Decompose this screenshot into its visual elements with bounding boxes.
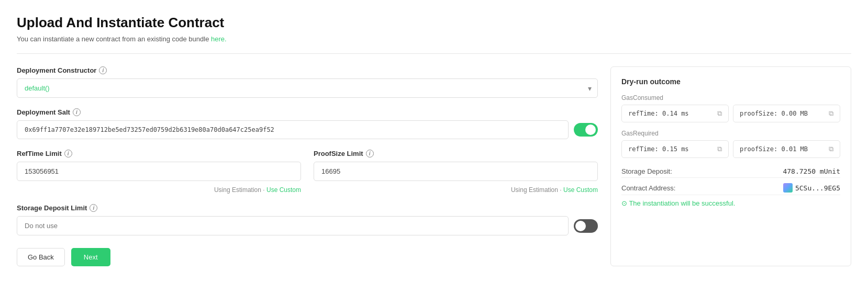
reftime-info-icon[interactable]: i bbox=[64, 150, 72, 157]
next-button[interactable]: Next bbox=[71, 248, 110, 266]
gas-required-row: refTime: 0.15 ms ⧉ proofSize: 0.01 MB ⧉ bbox=[621, 140, 840, 158]
reftime-limit-group: RefTime Limit i bbox=[17, 150, 301, 184]
page-subtitle: You can instantiate a new contract from … bbox=[17, 35, 851, 43]
deployment-constructor-select[interactable]: default() bbox=[17, 78, 598, 98]
salt-row bbox=[17, 120, 598, 139]
here-link[interactable]: here. bbox=[211, 35, 227, 43]
storage-input-row bbox=[17, 216, 598, 235]
storage-deposit-info-icon[interactable]: i bbox=[90, 204, 97, 212]
proofsize-limit-group: ProofSize Limit i bbox=[314, 150, 598, 184]
copy-reftime-consumed-icon[interactable]: ⧉ bbox=[717, 109, 722, 118]
gas-consumed-reftime-value: refTime: 0.14 ms bbox=[628, 110, 689, 117]
go-back-button[interactable]: Go Back bbox=[17, 248, 65, 266]
storage-deposit-info-row: Storage Deposit: 478.7250 mUnit bbox=[621, 165, 840, 178]
section-divider bbox=[17, 53, 851, 54]
reftime-label: RefTime Limit i bbox=[17, 150, 301, 157]
gas-required-reftime-box: refTime: 0.15 ms ⧉ bbox=[621, 140, 729, 158]
proofsize-input[interactable] bbox=[314, 162, 598, 181]
proofsize-estimation: Using Estimation · Use Custom bbox=[314, 186, 598, 194]
deployment-constructor-select-wrapper: default() ▾ bbox=[17, 78, 598, 98]
dry-run-title: Dry-run outcome bbox=[621, 77, 840, 86]
storage-deposit-toggle[interactable] bbox=[574, 219, 598, 233]
salt-input[interactable] bbox=[17, 120, 569, 139]
contract-address-info-row: Contract Address: 5CSu...9EG5 bbox=[621, 181, 840, 195]
deployment-salt-section: Deployment Salt i bbox=[17, 108, 598, 139]
gas-required-proofsize-value: proofSize: 0.01 MB bbox=[740, 145, 808, 153]
right-panel: Dry-run outcome GasConsumed refTime: 0.1… bbox=[610, 66, 851, 266]
actions-row: Go Back Next bbox=[17, 248, 598, 266]
page-container: Upload And Instantiate Contract You can … bbox=[0, 0, 868, 281]
proofsize-info-icon[interactable]: i bbox=[366, 150, 374, 157]
deployment-constructor-label: Deployment Constructor i bbox=[17, 66, 598, 74]
storage-deposit-input[interactable] bbox=[17, 216, 569, 235]
contract-address-icon bbox=[783, 183, 793, 193]
gas-consumed-row: refTime: 0.14 ms ⧉ proofSize: 0.00 MB ⧉ bbox=[621, 105, 840, 122]
gas-consumed-proofsize-value: proofSize: 0.00 MB bbox=[740, 110, 808, 117]
gas-required-proofsize-box: proofSize: 0.01 MB ⧉ bbox=[733, 140, 840, 158]
copy-proofsize-consumed-icon[interactable]: ⧉ bbox=[829, 109, 833, 118]
copy-proofsize-required-icon[interactable]: ⧉ bbox=[829, 145, 833, 153]
storage-deposit-label: Storage Deposit Limit i bbox=[17, 204, 598, 212]
contract-address-label: Contract Address: bbox=[621, 184, 675, 192]
gas-required-section: GasRequired refTime: 0.15 ms ⧉ proofSize… bbox=[621, 130, 840, 158]
page-title: Upload And Instantiate Contract bbox=[17, 15, 851, 31]
gas-required-label: GasRequired bbox=[621, 130, 840, 137]
deployment-constructor-info-icon[interactable]: i bbox=[99, 66, 107, 74]
left-panel: Deployment Constructor i default() ▾ Dep… bbox=[17, 66, 598, 266]
proofsize-label: ProofSize Limit i bbox=[314, 150, 598, 157]
main-layout: Deployment Constructor i default() ▾ Dep… bbox=[17, 66, 851, 266]
gas-required-reftime-value: refTime: 0.15 ms bbox=[628, 145, 689, 153]
reftime-estimation: Using Estimation · Use Custom bbox=[17, 186, 301, 194]
storage-deposit-toggle-slider bbox=[574, 219, 598, 233]
gas-consumed-label: GasConsumed bbox=[621, 94, 840, 101]
proofsize-use-custom-link[interactable]: Use Custom bbox=[563, 186, 598, 194]
salt-toggle[interactable] bbox=[574, 123, 598, 137]
copy-reftime-required-icon[interactable]: ⧉ bbox=[717, 145, 722, 153]
gas-consumed-section: GasConsumed refTime: 0.14 ms ⧉ proofSize… bbox=[621, 94, 840, 122]
deployment-salt-info-icon[interactable]: i bbox=[73, 108, 81, 116]
storage-deposit-info-value: 478.7250 mUnit bbox=[783, 167, 840, 175]
success-message: ⊙ The instantiation will be successful. bbox=[621, 199, 840, 207]
limits-estimation-row: Using Estimation · Use Custom Using Esti… bbox=[17, 186, 598, 194]
deployment-salt-label: Deployment Salt i bbox=[17, 108, 598, 116]
storage-deposit-info-label: Storage Deposit: bbox=[621, 167, 672, 175]
limits-row: RefTime Limit i ProofSize Limit i bbox=[17, 150, 598, 184]
salt-toggle-slider bbox=[574, 123, 598, 137]
gas-consumed-reftime-box: refTime: 0.14 ms ⧉ bbox=[621, 105, 729, 122]
gas-consumed-proofsize-box: proofSize: 0.00 MB ⧉ bbox=[733, 105, 840, 122]
reftime-use-custom-link[interactable]: Use Custom bbox=[266, 186, 301, 194]
contract-address-value: 5CSu...9EG5 bbox=[783, 183, 840, 193]
deployment-constructor-section: Deployment Constructor i default() ▾ bbox=[17, 66, 598, 98]
reftime-input[interactable] bbox=[17, 162, 301, 181]
storage-deposit-section: Storage Deposit Limit i bbox=[17, 204, 598, 235]
